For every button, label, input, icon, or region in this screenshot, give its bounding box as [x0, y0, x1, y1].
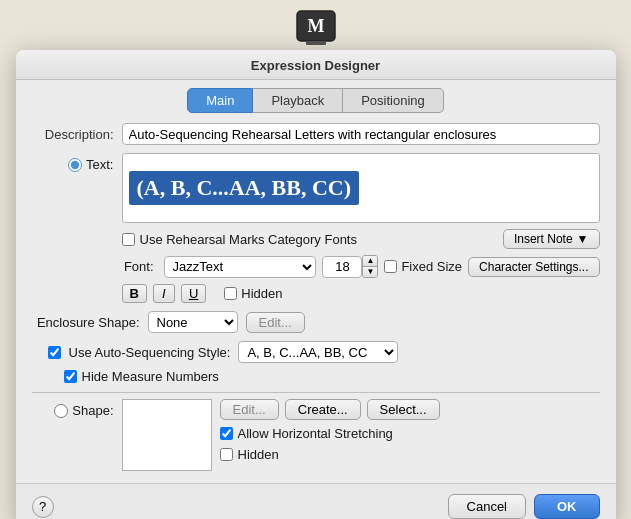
tab-playback[interactable]: Playback	[253, 88, 343, 113]
shape-hidden-checkbox[interactable]	[220, 448, 233, 461]
hide-measure-checkbox[interactable]	[64, 370, 77, 383]
enclosure-row: Enclosure Shape: None Edit...	[32, 311, 600, 333]
auto-seq-select[interactable]: A, B, C...AA, BB, CC	[238, 341, 398, 363]
font-size-input[interactable]	[322, 256, 362, 278]
window-title: Expression Designer	[16, 50, 616, 80]
rehearsal-marks-checkbox-label[interactable]: Use Rehearsal Marks Category Fonts	[122, 232, 357, 247]
section-divider	[32, 392, 600, 393]
font-size-down[interactable]: ▼	[363, 267, 377, 277]
font-size-up[interactable]: ▲	[363, 256, 377, 267]
bottom-bar: ? Cancel OK	[16, 483, 616, 519]
enclosure-label: Enclosure Shape:	[32, 315, 148, 330]
tab-main[interactable]: Main	[187, 88, 253, 113]
text-radio-label: Text:	[32, 153, 122, 172]
app-logo-icon: M	[296, 10, 336, 46]
bold-button[interactable]: B	[122, 284, 147, 303]
ok-button[interactable]: OK	[534, 494, 600, 519]
shape-create-button[interactable]: Create...	[285, 399, 361, 420]
enclosure-select[interactable]: None	[148, 311, 238, 333]
hide-measure-label[interactable]: Hide Measure Numbers	[64, 369, 219, 384]
shape-row: Shape: Edit... Create... Select... Allow…	[32, 399, 600, 471]
text-preview-content: (A, B, C...AA, BB, CC)	[129, 171, 360, 205]
underline-button[interactable]: U	[181, 284, 206, 303]
hidden-format-checkbox[interactable]	[224, 287, 237, 300]
tab-positioning[interactable]: Positioning	[343, 88, 444, 113]
hidden-format-label[interactable]: Hidden	[224, 286, 282, 301]
italic-button[interactable]: I	[153, 284, 175, 303]
fixed-size-checkbox[interactable]	[384, 260, 397, 273]
font-label: Font:	[122, 259, 158, 274]
auto-seq-row: Use Auto-Sequencing Style: A, B, C...AA,…	[48, 341, 600, 363]
shape-radio[interactable]	[54, 404, 68, 418]
shape-preview	[122, 399, 212, 471]
shape-select-button[interactable]: Select...	[367, 399, 440, 420]
shape-buttons-row: Edit... Create... Select...	[220, 399, 600, 420]
font-size-stepper[interactable]: ▲ ▼	[362, 255, 378, 278]
expression-designer-window: Expression Designer Main Playback Positi…	[16, 50, 616, 519]
svg-text:M: M	[307, 16, 324, 36]
logo-area: M	[0, 0, 631, 50]
help-button[interactable]: ?	[32, 496, 54, 518]
text-radio[interactable]	[68, 158, 82, 172]
svg-rect-2	[306, 41, 326, 45]
description-label: Description:	[32, 123, 122, 142]
description-row: Description:	[32, 123, 600, 145]
insert-note-button[interactable]: Insert Note ▼	[503, 229, 600, 249]
text-row: Text: (A, B, C...AA, BB, CC)	[32, 153, 600, 223]
text-preview-box: (A, B, C...AA, BB, CC)	[122, 153, 600, 223]
cancel-button[interactable]: Cancel	[448, 494, 526, 519]
shape-hidden-label[interactable]: Hidden	[220, 447, 600, 462]
font-row: Font: JazzText ▲ ▼ Fixed Size Character …	[122, 255, 600, 278]
rehearsal-marks-checkbox[interactable]	[122, 233, 135, 246]
shape-radio-col: Shape:	[32, 399, 122, 418]
description-input[interactable]	[122, 123, 600, 145]
auto-seq-checkbox[interactable]	[48, 346, 61, 359]
font-select[interactable]: JazzText	[164, 256, 317, 278]
shape-controls: Edit... Create... Select... Allow Horizo…	[220, 399, 600, 462]
format-row: B I U Hidden	[122, 284, 600, 303]
shape-label: Shape:	[72, 403, 113, 418]
allow-stretch-checkbox[interactable]	[220, 427, 233, 440]
hide-measure-row: Hide Measure Numbers	[64, 369, 600, 384]
allow-stretch-label[interactable]: Allow Horizontal Stretching	[220, 426, 600, 441]
character-settings-button[interactable]: Character Settings...	[468, 257, 599, 277]
tabs-row: Main Playback Positioning	[16, 80, 616, 113]
shape-edit-button[interactable]: Edit...	[220, 399, 279, 420]
enclosure-edit-button[interactable]: Edit...	[246, 312, 305, 333]
font-size-group: ▲ ▼	[322, 255, 378, 278]
fixed-size-label[interactable]: Fixed Size	[384, 259, 462, 274]
